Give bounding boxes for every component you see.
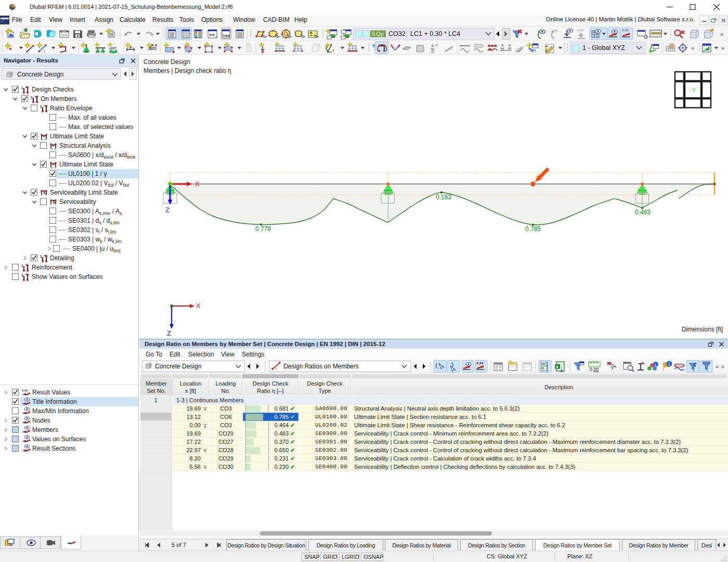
svg-text:»: » [720,31,723,37]
svg-text:0.779: 0.779 [255,225,271,233]
svg-text:x: x [129,45,132,49]
svg-text:x.xx: x.xx [22,389,28,392]
svg-text:I: I [333,48,334,53]
svg-text:x.xx: x.xx [622,28,629,32]
svg-text:1 - Global XYZ: 1 - Global XYZ [582,44,625,52]
svg-text:Concrete Design: Concrete Design [155,363,201,370]
svg-text:S: S [372,31,375,37]
svg-text:»: » [721,363,724,369]
svg-text:X: X [556,365,559,369]
svg-text:>>_: >>_ [209,33,218,38]
svg-text:Design Ratios on Members: Design Ratios on Members [283,363,359,370]
svg-text:X: X [195,180,200,188]
svg-text:x x: x x [151,43,158,47]
svg-text:X: X [196,302,201,310]
svg-text:I: I [44,49,45,54]
svg-text:0.463: 0.463 [635,209,651,216]
svg-text:Z: Z [165,206,170,214]
svg-text:x.xx: x.xx [476,361,484,365]
svg-text:x.xx: x.xx [551,29,558,32]
svg-text:i: i [655,363,656,367]
svg-text:Z: Z [167,329,171,337]
svg-text:i: i [669,362,670,367]
svg-text:LC1 + 0.30 * LC4: LC1 + 0.30 * LC4 [410,30,460,37]
svg-text:-Y: -Y [690,86,696,94]
svg-text:Qp: Qp [376,31,384,37]
svg-text:I: I [276,367,277,371]
svg-text:»: » [691,45,694,51]
svg-text:0.785: 0.785 [525,225,541,233]
svg-text:CO32: CO32 [388,30,406,37]
svg-text:0.163: 0.163 [436,194,451,201]
svg-text:>sc: >sc [223,33,230,38]
svg-text:0.00: 0.00 [590,367,599,372]
svg-text:x.xx: x.xx [577,28,584,32]
svg-text:»: » [721,45,724,51]
svg-text:»: » [716,363,719,369]
